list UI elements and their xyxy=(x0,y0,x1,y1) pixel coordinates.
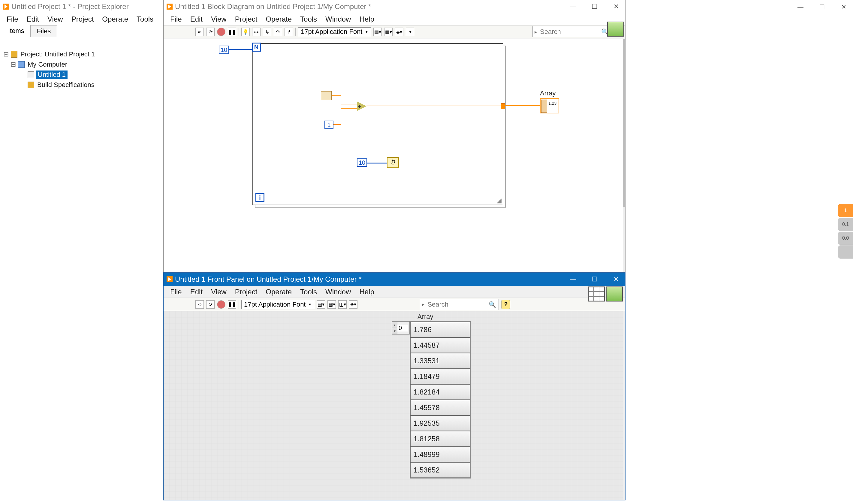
wire-random-down[interactable] xyxy=(341,95,341,104)
spinner-down-icon[interactable]: ▼ xyxy=(392,328,397,334)
pe-menu-project[interactable]: Project xyxy=(67,13,98,25)
connector-pane-icon[interactable] xyxy=(588,287,605,302)
wire-random-to-add[interactable] xyxy=(341,104,357,104)
spinner-up-icon[interactable]: ▲ xyxy=(392,322,397,328)
array-index-input[interactable] xyxy=(397,325,408,331)
highlight-execution-button[interactable]: 💡 xyxy=(241,28,250,36)
fp-menu-edit[interactable]: Edit xyxy=(186,286,207,298)
for-loop-n-terminal[interactable]: N xyxy=(252,42,261,52)
bd-menu-view[interactable]: View xyxy=(207,13,231,25)
array-cell[interactable]: 1.92535 xyxy=(410,415,470,431)
fp-menu-help[interactable]: Help xyxy=(355,286,378,298)
wire-random-out[interactable] xyxy=(332,95,341,96)
for-loop-structure[interactable]: N i 1 + xyxy=(252,43,506,208)
ruler-badge-2[interactable]: 0.1 xyxy=(838,218,853,231)
wire-tunnel-to-array[interactable] xyxy=(505,105,543,106)
project-tree[interactable]: ⊟ Project: Untitled Project 1 ⊟ My Compu… xyxy=(0,46,162,496)
pe-menu-view[interactable]: View xyxy=(43,13,67,25)
project-explorer-titlebar[interactable]: Untitled Project 1 * - Project Explorer xyxy=(0,0,162,13)
wire-timer[interactable] xyxy=(367,163,387,163)
wire-add-to-tunnel[interactable] xyxy=(367,106,502,106)
tab-items[interactable]: Items xyxy=(2,25,31,37)
bd-vi-icon-thumb[interactable] xyxy=(607,22,624,37)
font-selector[interactable]: 17pt Application Font ▼ xyxy=(298,27,371,36)
cleanup-button[interactable]: ✦ xyxy=(406,28,414,36)
search-caret-icon[interactable]: ▸ xyxy=(420,302,426,307)
bd-menu-help[interactable]: Help xyxy=(355,13,378,25)
pe-menu-tools[interactable]: Tools xyxy=(132,13,158,25)
numeric-constant-one[interactable]: 1 xyxy=(324,121,334,129)
bd-search-input[interactable] xyxy=(539,27,599,37)
bg-maximize-button[interactable]: ☐ xyxy=(817,3,828,11)
array-cell[interactable]: 1.53652 xyxy=(410,462,470,478)
bd-minimize-button[interactable]: — xyxy=(568,3,579,10)
fp-run-continuously-button[interactable]: ⟳ xyxy=(206,300,215,309)
vi-icon[interactable] xyxy=(606,287,623,302)
array-index-spinner[interactable]: ▲ ▼ xyxy=(392,322,397,334)
bg-close-button[interactable]: ✕ xyxy=(838,3,849,11)
fp-menu-project[interactable]: Project xyxy=(231,286,262,298)
random-number-function-icon[interactable] xyxy=(321,91,332,100)
array-cell[interactable]: 1.786 xyxy=(410,322,470,338)
fp-pause-button[interactable]: ❚❚ xyxy=(228,300,236,309)
pe-menu-edit[interactable]: Edit xyxy=(22,13,43,25)
bd-maximize-button[interactable]: ☐ xyxy=(589,3,600,10)
auto-index-tunnel[interactable] xyxy=(501,103,505,109)
bg-minimize-button[interactable]: — xyxy=(795,3,806,11)
tree-my-computer[interactable]: ⊟ My Computer xyxy=(3,59,162,70)
array-cell[interactable]: 1.45578 xyxy=(410,400,470,415)
ruler-badge-1[interactable]: 1 xyxy=(838,204,853,217)
front-panel-titlebar[interactable]: Untitled 1 Front Panel on Untitled Proje… xyxy=(164,273,625,286)
tab-files[interactable]: Files xyxy=(31,25,57,37)
fp-context-help-button[interactable]: ? xyxy=(501,300,510,309)
numeric-constant-timer[interactable]: 10 xyxy=(357,158,367,167)
for-loop-i-terminal[interactable]: i xyxy=(255,193,264,202)
fp-minimize-button[interactable]: — xyxy=(568,276,579,283)
fp-menu-view[interactable]: View xyxy=(207,286,231,298)
fp-font-selector[interactable]: 17pt Application Font ▼ xyxy=(241,300,314,309)
pause-button[interactable]: ❚❚ xyxy=(228,28,236,36)
search-caret-icon[interactable]: ▸ xyxy=(533,29,539,35)
bd-menu-window[interactable]: Window xyxy=(321,13,355,25)
fp-resize-button[interactable]: ◫▾ xyxy=(338,300,346,309)
bd-menu-project[interactable]: Project xyxy=(231,13,262,25)
front-panel-canvas[interactable]: Array ▲ ▼ 1.786 1.44587 1.33531 1.18479 xyxy=(164,311,623,500)
array-cell[interactable]: 1.48999 xyxy=(410,447,470,462)
bd-close-button[interactable]: ✕ xyxy=(611,3,622,10)
tree-vi-untitled1[interactable]: Untitled 1 xyxy=(3,70,162,80)
tree-twisty-icon[interactable]: ⊟ xyxy=(3,50,9,58)
fp-distribute-button[interactable]: ▦▾ xyxy=(327,300,336,309)
fp-close-button[interactable]: ✕ xyxy=(611,276,622,283)
array-cell[interactable]: 1.33531 xyxy=(410,353,470,369)
fp-run-button[interactable]: ➪ xyxy=(195,300,204,309)
tree-root[interactable]: ⊟ Project: Untitled Project 1 xyxy=(3,49,162,59)
bd-menu-file[interactable]: File xyxy=(166,13,186,25)
tree-build-specs[interactable]: Build Specifications xyxy=(3,80,162,90)
run-continuously-button[interactable]: ⟳ xyxy=(206,28,215,36)
step-into-button[interactable]: ↳ xyxy=(263,28,271,36)
retain-wire-values-button[interactable]: ⊶ xyxy=(252,28,261,36)
reorder-button[interactable]: ◈▾ xyxy=(395,28,403,36)
bd-vertical-scrollbar[interactable] xyxy=(623,39,625,272)
pe-menu-operate[interactable]: Operate xyxy=(98,13,132,25)
array-cell[interactable]: 1.18479 xyxy=(410,369,470,384)
bd-menu-operate[interactable]: Operate xyxy=(262,13,296,25)
distribute-button[interactable]: ▦▾ xyxy=(384,28,393,36)
array-terminal-icon[interactable] xyxy=(540,98,559,113)
wait-ms-function-icon[interactable] xyxy=(387,157,399,168)
fp-menu-file[interactable]: File xyxy=(166,286,186,298)
array-cell[interactable]: 1.81258 xyxy=(410,431,470,447)
fp-menu-operate[interactable]: Operate xyxy=(262,286,296,298)
fp-maximize-button[interactable]: ☐ xyxy=(589,276,600,283)
wire-one-to-add[interactable] xyxy=(341,108,357,109)
tree-twisty-icon[interactable]: ⊟ xyxy=(10,60,16,68)
align-button[interactable]: ▤▾ xyxy=(373,28,382,36)
add-function[interactable]: + xyxy=(357,102,367,111)
fp-menu-window[interactable]: Window xyxy=(321,286,355,298)
pe-menu-file[interactable]: File xyxy=(2,13,22,25)
fp-reorder-button[interactable]: ◈▾ xyxy=(349,300,357,309)
fp-vertical-scrollbar[interactable] xyxy=(623,311,625,500)
abort-button[interactable] xyxy=(217,28,226,36)
run-button[interactable]: ➪ xyxy=(195,28,204,36)
bd-menu-tools[interactable]: Tools xyxy=(296,13,321,25)
